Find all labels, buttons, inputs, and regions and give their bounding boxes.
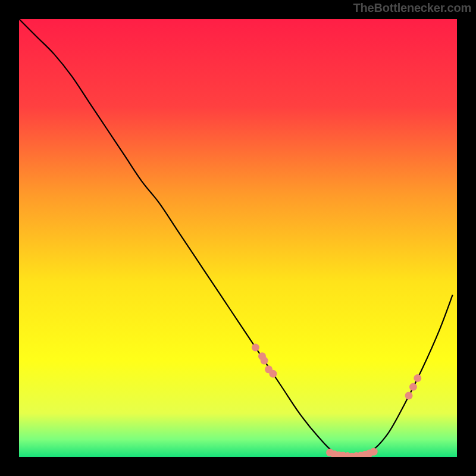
bottleneck-chart bbox=[19, 19, 457, 457]
chart-frame: TheBottlenecker.com bbox=[0, 0, 476, 476]
data-marker bbox=[405, 392, 413, 399]
gradient-background bbox=[19, 19, 457, 457]
data-marker bbox=[370, 448, 378, 456]
data-marker bbox=[269, 370, 277, 378]
data-marker bbox=[409, 383, 417, 391]
data-marker bbox=[414, 374, 421, 382]
watermark-text: TheBottlenecker.com bbox=[353, 1, 472, 15]
data-marker bbox=[261, 357, 268, 365]
data-marker bbox=[252, 344, 259, 352]
